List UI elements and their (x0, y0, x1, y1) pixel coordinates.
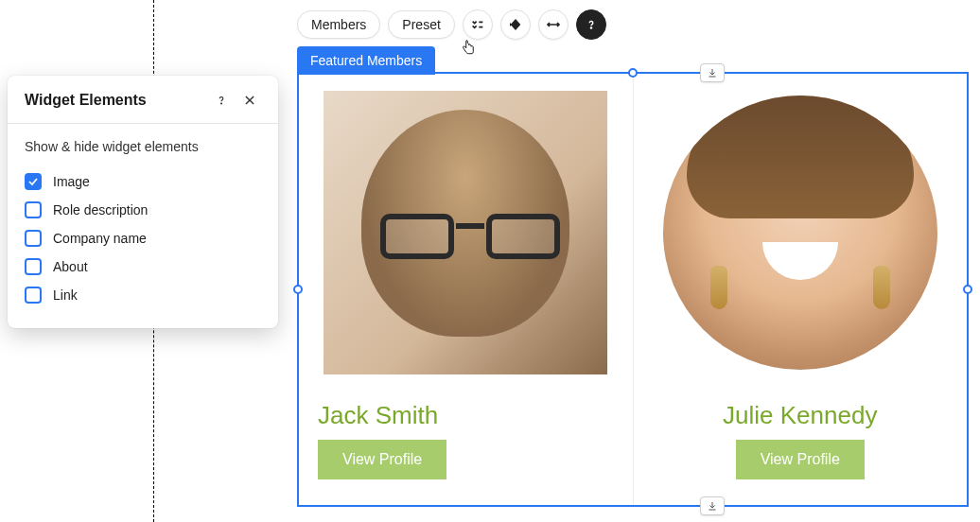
toggle-company-name[interactable]: Company name (25, 224, 261, 252)
toggle-role-description[interactable]: Role description (25, 196, 261, 224)
member-card: Julie Kennedy View Profile (633, 74, 968, 505)
member-card: Jack Smith View Profile (299, 74, 633, 505)
member-name: Julie Kennedy (723, 401, 877, 430)
cursor-pointer-icon (460, 38, 477, 61)
member-image (324, 91, 607, 374)
close-icon[interactable] (238, 89, 261, 112)
checkbox-icon (25, 173, 42, 190)
panel-body: Show & hide widget elements Image Role d… (8, 124, 278, 328)
widget-toolbar: Members Preset (297, 9, 606, 40)
checkbox-icon (25, 201, 42, 218)
toggle-label: Role description (53, 202, 148, 218)
panel-header: Widget Elements (8, 76, 278, 124)
member-name: Jack Smith (318, 401, 438, 430)
members-button[interactable]: Members (297, 10, 380, 39)
member-cards: Jack Smith View Profile Julie Kennedy Vi… (299, 74, 967, 505)
widget-elements-panel: Widget Elements Show & hide widget eleme… (8, 76, 278, 328)
animation-icon[interactable] (500, 9, 531, 40)
widget-tab-label[interactable]: Featured Members (297, 46, 435, 75)
glasses-icon (380, 214, 560, 261)
toggle-image[interactable]: Image (25, 167, 261, 196)
toggle-label: Link (53, 287, 78, 303)
list-settings-icon[interactable] (463, 9, 493, 40)
member-image (658, 91, 942, 374)
stretch-icon[interactable] (538, 9, 569, 40)
panel-subtitle: Show & hide widget elements (25, 139, 261, 154)
avatar (324, 91, 607, 374)
view-profile-button[interactable]: View Profile (318, 440, 446, 479)
toggle-link[interactable]: Link (25, 281, 261, 309)
checkbox-icon (25, 230, 42, 247)
view-profile-button[interactable]: View Profile (736, 440, 865, 479)
checkbox-icon (25, 258, 42, 275)
toggle-label: About (53, 259, 88, 274)
svg-point-1 (590, 27, 591, 28)
panel-title: Widget Elements (25, 92, 204, 109)
toggle-label: Image (53, 174, 90, 189)
add-section-below-button[interactable] (700, 496, 725, 515)
toggle-about[interactable]: About (25, 252, 261, 281)
help-button-icon[interactable] (576, 9, 606, 40)
earring-icon (710, 266, 727, 309)
preset-button[interactable]: Preset (388, 10, 454, 39)
earring-icon (873, 266, 890, 309)
widget-selection[interactable]: Jack Smith View Profile Julie Kennedy Vi… (297, 72, 969, 507)
checkbox-icon (25, 287, 42, 304)
toggle-label: Company name (53, 231, 147, 246)
resize-handle-top[interactable] (628, 68, 638, 78)
resize-handle-right[interactable] (963, 285, 972, 294)
svg-point-0 (221, 103, 222, 104)
add-section-above-button[interactable] (700, 63, 725, 82)
help-icon[interactable] (210, 89, 233, 112)
resize-handle-left[interactable] (293, 285, 303, 294)
avatar (663, 96, 937, 370)
